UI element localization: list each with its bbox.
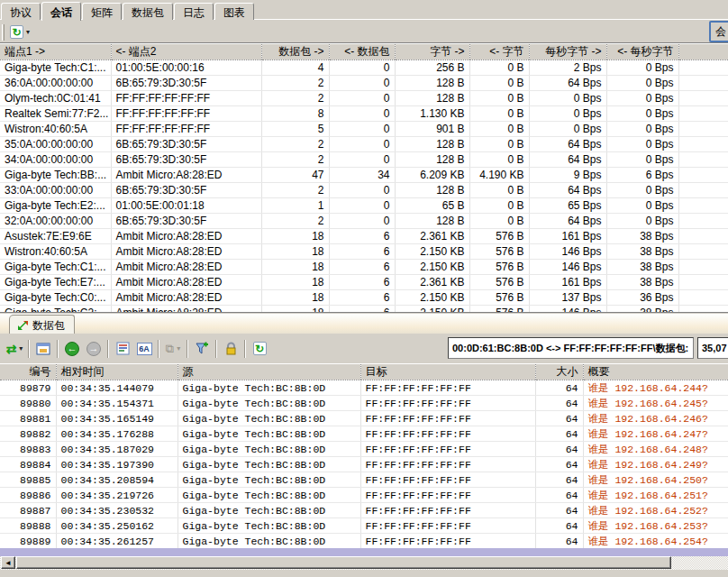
table-cell: 00:34:35.208594 xyxy=(56,472,177,488)
table-cell: 0 xyxy=(329,91,395,106)
table-cell: 47 xyxy=(261,168,329,183)
column-header[interactable]: 端点1 -> xyxy=(0,44,111,60)
column-header[interactable]: 目标 xyxy=(360,364,535,380)
table-cell: 0 xyxy=(329,137,395,152)
column-header[interactable]: 大小 xyxy=(535,364,583,380)
table-cell: 00:34:35.219726 xyxy=(56,488,177,503)
table-cell: 0 xyxy=(329,183,395,198)
table-cell-filler xyxy=(678,244,728,260)
tab-0[interactable]: 协议 xyxy=(1,3,41,20)
table-cell: 0 B xyxy=(469,76,529,91)
table-cell: 64 xyxy=(535,472,583,488)
packet-row[interactable]: 8988500:34:35.208594Giga-byte Tech:BC:8B… xyxy=(0,472,728,488)
session-row[interactable]: Giga-byte Tech:C1:...Ambit Micro:A8:28:E… xyxy=(0,260,728,275)
session-row[interactable]: Giga-byte Tech:E2:...01:00:5E:00:01:1810… xyxy=(0,198,728,214)
table-cell: 0 Bps xyxy=(606,137,678,152)
horizontal-scrollbar[interactable]: ◄ xyxy=(0,556,728,570)
session-row[interactable]: Giga-byte Tech:E7:...Ambit Micro:A8:28:E… xyxy=(0,275,728,290)
tab-1[interactable]: 会话 xyxy=(41,2,81,21)
tab-4[interactable]: 日志 xyxy=(174,3,214,20)
packet-row[interactable]: 8988700:34:35.230532Giga-byte Tech:BC:8B… xyxy=(0,503,728,518)
table-cell: 6B:65:79:3D:30:5F xyxy=(111,214,261,229)
session-row[interactable]: Realtek Semi:77:F2...FF:FF:FF:FF:FF:FF80… xyxy=(0,106,728,122)
table-cell: 0 B xyxy=(469,198,529,214)
packet-row[interactable]: 8988800:34:35.250162Giga-byte Tech:BC:8B… xyxy=(0,518,728,534)
table-cell: 4.190 KB xyxy=(469,168,529,183)
auto-refresh-button[interactable]: ↻ xyxy=(249,339,270,359)
table-cell: 64 Bps xyxy=(529,76,606,91)
column-header[interactable]: 编号 xyxy=(0,364,56,380)
table-cell: 18 xyxy=(261,275,329,290)
column-header[interactable]: <- 端点2 xyxy=(111,44,261,60)
column-header[interactable]: 数据包 -> xyxy=(261,44,329,60)
session-row[interactable]: Wistron:40:60:5AAmbit Micro:A8:28:ED1862… xyxy=(0,244,728,260)
table-cell: 64 xyxy=(535,534,583,549)
packet-row[interactable]: 8988300:34:35.187029Giga-byte Tech:BC:8B… xyxy=(0,442,728,457)
session-row[interactable]: Giga-byte Tech:C0:...Ambit Micro:A8:28:E… xyxy=(0,290,728,306)
lock-button[interactable] xyxy=(220,339,241,359)
session-row[interactable]: 33:0A:00:00:00:006B:65:79:3D:30:5F20128 … xyxy=(0,183,728,198)
table-cell: Giga-byte Tech:BC:8B:0D xyxy=(177,396,360,411)
table-cell: 0 B xyxy=(469,137,529,152)
packet-row[interactable]: 8988100:34:35.165149Giga-byte Tech:BC:8B… xyxy=(0,411,728,426)
refresh-button[interactable]: ↻ ▾ xyxy=(8,23,32,42)
copy-button-disabled[interactable]: ⧉ ▾ xyxy=(162,339,184,359)
session-row[interactable]: 36:0A:00:00:00:006B:65:79:3D:30:5F20128 … xyxy=(0,76,728,91)
session-row[interactable]: Asustek:7E:E9:6EAmbit Micro:A8:28:ED1862… xyxy=(0,229,728,244)
tab-packets[interactable]: 数据包 xyxy=(9,315,75,334)
packet-row[interactable]: 8988600:34:35.219726Giga-byte Tech:BC:8B… xyxy=(0,488,728,503)
decode-view-button[interactable] xyxy=(112,339,133,359)
packet-row[interactable]: 8988200:34:35.176288Giga-byte Tech:BC:8B… xyxy=(0,426,728,442)
filter-button[interactable] xyxy=(191,339,213,359)
table-cell: Giga-byte Tech:BC:8B:0D xyxy=(177,518,360,534)
tab-2[interactable]: 矩阵 xyxy=(82,3,122,20)
column-header[interactable]: 每秒字节 -> xyxy=(529,44,606,60)
tab-5[interactable]: 图表 xyxy=(214,3,254,20)
scroll-left-arrow[interactable]: ◄ xyxy=(1,556,15,569)
column-header[interactable]: 源 xyxy=(177,364,360,380)
session-row[interactable]: Giga-byte Tech:C1:...01:00:5E:00:00:1640… xyxy=(0,60,728,76)
session-row[interactable]: 32:0A:00:00:00:006B:65:79:3D:30:5F20128 … xyxy=(0,214,728,229)
packets-toolbar: ⇄ ▾ ← → 6A xyxy=(0,334,728,363)
column-header[interactable]: <- 字节 xyxy=(469,44,529,60)
chevron-down-icon: ▾ xyxy=(19,344,23,353)
session-row[interactable]: 34:0A:00:00:00:006B:65:79:3D:30:5F20128 … xyxy=(0,152,728,168)
column-header[interactable]: 相对时间 xyxy=(56,364,177,380)
table-cell: Giga-byte Tech:C1:... xyxy=(0,260,111,275)
table-cell: 6 xyxy=(329,275,395,290)
tab-3[interactable]: 数据包 xyxy=(123,3,173,20)
partial-session-button[interactable]: 会 xyxy=(709,21,728,42)
forward-button[interactable]: → xyxy=(83,339,105,359)
toolbar-separator xyxy=(187,340,188,358)
table-cell: Ambit Micro:A8:28:ED xyxy=(111,260,261,275)
table-cell: 64 xyxy=(535,503,583,518)
filter-funnel-icon xyxy=(195,342,209,356)
column-header[interactable]: <- 数据包 xyxy=(329,44,395,60)
session-row[interactable]: 35:0A:00:00:00:006B:65:79:3D:30:5F20128 … xyxy=(0,137,728,152)
session-row[interactable]: Olym-tech:0C:01:41FF:FF:FF:FF:FF:FF20128… xyxy=(0,91,728,106)
column-header[interactable]: 字节 -> xyxy=(395,44,469,60)
table-cell: 6.209 KB xyxy=(395,168,469,183)
packet-row[interactable]: 8987900:34:35.144079Giga-byte Tech:BC:8B… xyxy=(0,380,728,396)
selected-partial-row[interactable] xyxy=(0,548,728,556)
scrollbar-thumb[interactable] xyxy=(16,556,671,569)
toolbar-grip[interactable] xyxy=(2,24,5,41)
session-row[interactable]: Giga-byte Tech:BB:...Ambit Micro:A8:28:E… xyxy=(0,168,728,183)
table-cell: 0 xyxy=(329,60,395,76)
packet-row[interactable]: 8988900:34:35.261257Giga-byte Tech:BC:8B… xyxy=(0,534,728,549)
hex-view-button[interactable]: 6A xyxy=(133,339,155,359)
swap-direction-button[interactable]: ⇄ ▾ xyxy=(4,339,25,359)
table-cell: 64 xyxy=(535,488,583,503)
table-cell: 2 Bps xyxy=(529,60,606,76)
column-header[interactable]: <- 每秒字节 xyxy=(606,44,678,60)
open-window-button[interactable] xyxy=(32,339,54,359)
packet-row[interactable]: 8988400:34:35.197390Giga-byte Tech:BC:8B… xyxy=(0,457,728,472)
column-header[interactable]: 概要 xyxy=(583,364,728,380)
session-row[interactable]: Giga-byte Tech:C2:...Ambit Micro:A8:28:E… xyxy=(0,306,728,313)
packet-row[interactable]: 8988000:34:35.154371Giga-byte Tech:BC:8B… xyxy=(0,396,728,411)
table-cell: FF:FF:FF:FF:FF:FF xyxy=(360,442,535,457)
table-cell: 18 xyxy=(261,306,329,313)
session-row[interactable]: Wistron:40:60:5AFF:FF:FF:FF:FF:FF50901 B… xyxy=(0,122,728,137)
back-button[interactable]: ← xyxy=(61,339,83,359)
table-cell: 0 B xyxy=(469,214,529,229)
